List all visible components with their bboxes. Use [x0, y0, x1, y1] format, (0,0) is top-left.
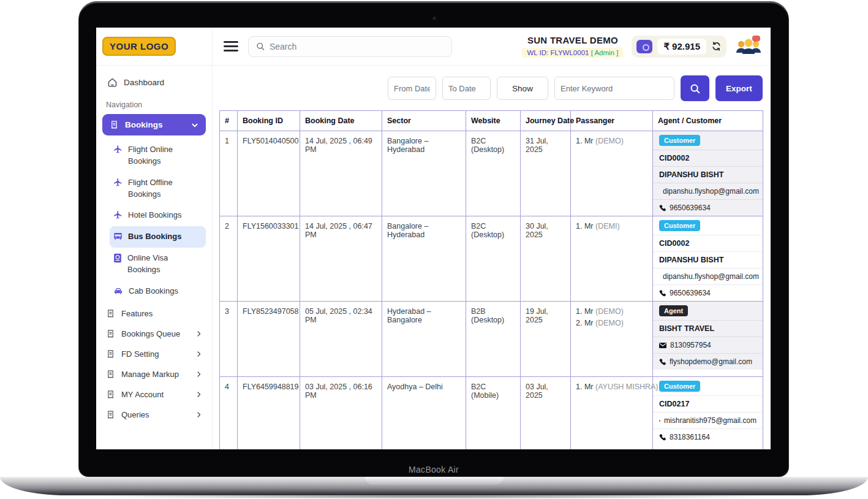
- bus-icon: [113, 232, 123, 241]
- customer-badge: Customer: [659, 381, 700, 392]
- email-icon: [659, 343, 666, 348]
- sidebar-item-my-account[interactable]: MY Account: [102, 384, 206, 405]
- sidebar-item-bus-bookings[interactable]: Bus Bookings: [110, 226, 206, 248]
- sidebar-nav: Dashboard Navigation Bookings Flight Onl…: [96, 66, 212, 425]
- user-avatar[interactable]: [735, 36, 762, 58]
- sidebar-item-label: Flight Online Bookings: [128, 144, 198, 167]
- macbook-mockup: YOUR LOGO Dashboard Navigation Bookings: [0, 0, 868, 499]
- sidebar-item-label: Manage Markup: [121, 370, 179, 379]
- cell-booking-id: FLY6459948819: [238, 377, 300, 450]
- cell-agent-customer: Agent BISHT TRAVEL 8130957954 flyshopdem…: [653, 302, 763, 377]
- global-search[interactable]: [248, 36, 452, 57]
- bookings-table: # Booking ID Booking Date Sector Website…: [219, 110, 763, 449]
- sidebar-item-dashboard[interactable]: Dashboard: [102, 72, 206, 93]
- webcam-dot: [432, 17, 436, 20]
- table-row: 4 FLY6459948819 03 Jul, 2025 , 06:16 PM …: [220, 377, 763, 450]
- sidebar-item-queries[interactable]: Queries: [102, 405, 206, 425]
- table-row: 3 FLY8523497058 05 Jul, 2025 , 02:34 PM …: [220, 302, 763, 377]
- sidebar-item-flight-online-bookings[interactable]: Flight Online Bookings: [110, 139, 202, 172]
- phone-icon: [659, 359, 666, 365]
- cell-agent-customer: Customer CID0002 DIPANSHU BISHT dipanshu…: [653, 131, 763, 216]
- company-block: SUN TRAVEL DEMO WL ID: FLYWL0001 [ Admin…: [522, 35, 623, 58]
- plane-icon: [113, 145, 123, 154]
- export-button[interactable]: Export: [715, 75, 763, 101]
- sidebar-item-bookings-queue[interactable]: Bookings Queue: [102, 324, 206, 344]
- sidebar-menu: Features Bookings Queue FD Setting: [102, 302, 206, 425]
- from-date-input[interactable]: [388, 77, 436, 100]
- cell-agent-customer: Customer CID0002 DIPANSHU BISHT dipanshu…: [653, 216, 763, 302]
- sidebar-item-flight-offline-bookings[interactable]: Flight Offline Bookings: [110, 172, 202, 205]
- show-button[interactable]: Show: [497, 77, 548, 100]
- plane-icon: [113, 178, 123, 187]
- users-group-icon: [735, 36, 762, 58]
- cell-passengers: 1. Mr (DEMO): [571, 131, 653, 216]
- customer-name: DIPANSHU BISHT: [653, 167, 763, 183]
- cell-website: B2C (Mobile): [466, 377, 521, 450]
- cell-sno: 1: [220, 131, 238, 216]
- sidebar-item-bookings[interactable]: Bookings: [102, 114, 206, 135]
- phone-icon: [659, 205, 666, 211]
- sidebar-item-cab-bookings[interactable]: Cab Bookings: [110, 281, 206, 302]
- contact-phone: 9650639634: [670, 204, 711, 212]
- cell-booking-date: 05 Jul, 2025 , 02:34 PM: [300, 302, 382, 377]
- wallet-widget: ₹ 92.915: [632, 36, 726, 58]
- laptop-hinge-notch: [365, 477, 504, 485]
- hamburger-menu-icon[interactable]: [224, 39, 238, 55]
- customer-id: CID0002: [653, 150, 763, 167]
- customer-id: CID0002: [653, 235, 763, 252]
- receipt-icon: [106, 410, 115, 419]
- email-icon: [659, 418, 660, 424]
- cell-booking-date: 14 Jul, 2025 , 06:47 PM: [300, 216, 382, 302]
- sidebar-item-label: MY Account: [121, 390, 164, 399]
- table-row: 2 FLY1560033301 14 Jul, 2025 , 06:47 PM …: [220, 216, 763, 302]
- search-icon: [256, 42, 265, 51]
- cell-sector: Hyderabad – Bangalore: [382, 302, 466, 377]
- cell-passengers: 1. Mr (DEMI): [571, 216, 653, 302]
- cell-sno: 4: [220, 377, 238, 450]
- wallet-icon[interactable]: [636, 40, 652, 53]
- sidebar-item-fd-setting[interactable]: FD Setting: [102, 344, 206, 364]
- contact-email: dipanshu.flyshop@gmail.com: [663, 187, 759, 196]
- sidebar-item-label: FD Setting: [121, 349, 159, 359]
- contact-phone: flyshopdemo@gmail.com: [670, 357, 752, 366]
- keyword-input[interactable]: [554, 77, 674, 100]
- cell-sno: 3: [220, 302, 238, 377]
- to-date-input[interactable]: [442, 77, 491, 100]
- cell-agent-customer: Customer CID0217 mishranitish975@gmail.c…: [653, 377, 763, 450]
- table-header-row: # Booking ID Booking Date Sector Website…: [220, 111, 763, 131]
- col-header-sector: Sector: [382, 111, 466, 131]
- sidebar-item-hotel-bookings[interactable]: Hotel Bookings: [110, 205, 206, 226]
- table-row: 1 FLY5014040500 14 Jul, 2025 , 06:49 PM …: [220, 131, 763, 216]
- search-input[interactable]: [270, 42, 444, 51]
- cell-journey-date: 03 Jul, 2025: [521, 377, 571, 450]
- col-header-journey-date: Journey Date: [521, 111, 571, 131]
- contact-email: 8130957954: [670, 341, 711, 349]
- chevron-right-icon: [195, 411, 202, 418]
- topbar: SUN TRAVEL DEMO WL ID: FLYWL0001 [ Admin…: [213, 28, 771, 66]
- cell-passengers: 1. Mr (AYUSH MISHRA): [571, 377, 653, 450]
- sidebar-item-label: Bookings: [125, 120, 163, 129]
- brand-logo: YOUR LOGO: [102, 37, 176, 56]
- admin-role: [ Admin ]: [591, 49, 619, 56]
- sidebar-item-online-visa-bookings[interactable]: Online Visa Bookings: [110, 248, 202, 281]
- col-header-agent-customer: Agent / Customer: [653, 111, 763, 131]
- cell-sector: Bangalore – Hyderabad: [382, 216, 466, 302]
- customer-id: CID0217: [653, 396, 763, 413]
- search-button[interactable]: [681, 75, 709, 101]
- receipt-icon: [106, 349, 115, 359]
- wallet-balance: ₹ 92.915: [657, 39, 706, 55]
- bookings-subnav: Flight Online Bookings Flight Offline Bo…: [102, 135, 206, 302]
- refresh-icon: [711, 41, 722, 51]
- contact-phone: 8318361164: [670, 433, 710, 441]
- contact-email: mishranitish975@gmail.com: [664, 416, 757, 425]
- sidebar-item-manage-markup[interactable]: Manage Markup: [102, 364, 206, 384]
- nav-section-label: Navigation: [106, 101, 202, 109]
- cell-sector: Bangalore – Hyderabad: [382, 131, 466, 216]
- agent-badge: Agent: [659, 305, 688, 316]
- car-icon: [113, 286, 123, 295]
- receipt-icon: [106, 370, 115, 379]
- cell-journey-date: 31 Jul, 2025: [521, 131, 571, 216]
- sidebar-item-features[interactable]: Features: [102, 303, 206, 324]
- cell-website: B2C (Desktop): [466, 131, 521, 216]
- refresh-balance-button[interactable]: [711, 41, 722, 51]
